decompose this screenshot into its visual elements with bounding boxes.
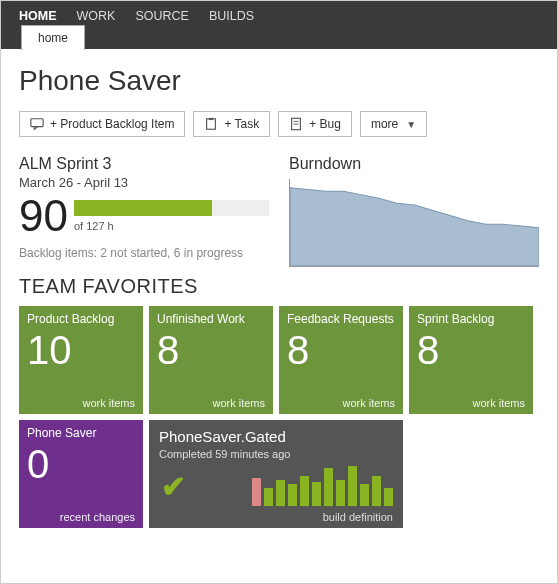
top-nav-item-work[interactable]: WORK [67,5,126,27]
tile-value: 0 [27,444,135,484]
sprint-hours-completed: 90 [19,194,68,238]
svg-rect-0 [31,119,43,127]
backlog-status-text: Backlog items: 2 not started, 6 in progr… [19,246,269,260]
document-icon [289,117,303,131]
btn-label: + Product Backlog Item [50,117,174,131]
top-nav-items: HOMEWORKSOURCEBUILDS [9,1,264,27]
build-tile-subtitle: Completed 59 minutes ago [159,448,393,460]
tile-title: Unfinished Work [157,312,265,326]
btn-label: more [371,117,398,131]
sprint-panel: ALM Sprint 3 March 26 - April 13 90 of 1… [19,155,269,267]
top-nav-item-home[interactable]: HOME [9,5,67,27]
tile-footer: recent changes [60,511,135,523]
favorite-tile[interactable]: Sprint Backlog8work items [409,306,533,414]
tile-value: 8 [157,330,265,370]
add-backlog-item-button[interactable]: + Product Backlog Item [19,111,185,137]
svg-rect-1 [207,119,216,130]
sprint-dates: March 26 - April 13 [19,175,269,190]
build-history-bars [252,464,393,506]
sprint-progress-bar [74,200,269,216]
build-tile-title: PhoneSaver.Gated [159,428,393,445]
clipboard-icon [204,117,218,131]
top-nav-item-source[interactable]: SOURCE [125,5,198,27]
burndown-area [290,179,539,266]
btn-label: + Bug [309,117,341,131]
top-nav: HOMEWORKSOURCEBUILDS home [1,1,557,49]
tile-value: 10 [27,330,135,370]
favorite-tile[interactable]: Feedback Requests8work items [279,306,403,414]
tile-title: Phone Saver [27,426,135,440]
tile-value: 8 [417,330,525,370]
build-tile-footer: build definition [323,511,393,523]
comment-icon [30,117,44,131]
tile-footer: work items [212,397,265,409]
favorite-tile[interactable]: Phone Saver0recent changes [19,420,143,528]
top-nav-item-builds[interactable]: BUILDS [199,5,264,27]
favorite-tile[interactable]: Product Backlog10work items [19,306,143,414]
check-icon: ✔ [161,469,186,504]
burndown-panel: Burndown [289,155,539,267]
burndown-chart[interactable] [289,179,539,267]
page-title: Phone Saver [19,65,539,97]
favorites-tiles: Product Backlog10work itemsUnfinished Wo… [19,306,539,528]
page-content: Phone Saver + Product Backlog Item + Tas… [1,49,557,540]
sprint-burndown-row: ALM Sprint 3 March 26 - April 13 90 of 1… [19,155,539,267]
tile-title: Feedback Requests [287,312,395,326]
team-favorites-heading: TEAM FAVORITES [19,275,539,298]
favorite-tile[interactable]: Unfinished Work8work items [149,306,273,414]
sub-tab-home[interactable]: home [21,25,85,50]
tile-value: 8 [287,330,395,370]
sprint-progress-fill [74,200,212,216]
burndown-title: Burndown [289,155,539,173]
more-button[interactable]: more ▼ [360,111,427,137]
sprint-hours-total: of 127 h [74,220,269,232]
tile-footer: work items [82,397,135,409]
sprint-title: ALM Sprint 3 [19,155,269,173]
tile-footer: work items [472,397,525,409]
btn-label: + Task [224,117,259,131]
chevron-down-icon: ▼ [406,119,416,130]
svg-marker-6 [290,188,539,266]
build-definition-tile[interactable]: PhoneSaver.GatedCompleted 59 minutes ago… [149,420,403,528]
add-task-button[interactable]: + Task [193,111,270,137]
toolbar: + Product Backlog Item + Task + Bug more… [19,111,539,137]
tile-footer: work items [342,397,395,409]
sprint-progress: 90 of 127 h [19,194,269,238]
tile-title: Product Backlog [27,312,135,326]
tile-title: Sprint Backlog [417,312,525,326]
svg-rect-2 [209,118,213,120]
add-bug-button[interactable]: + Bug [278,111,352,137]
